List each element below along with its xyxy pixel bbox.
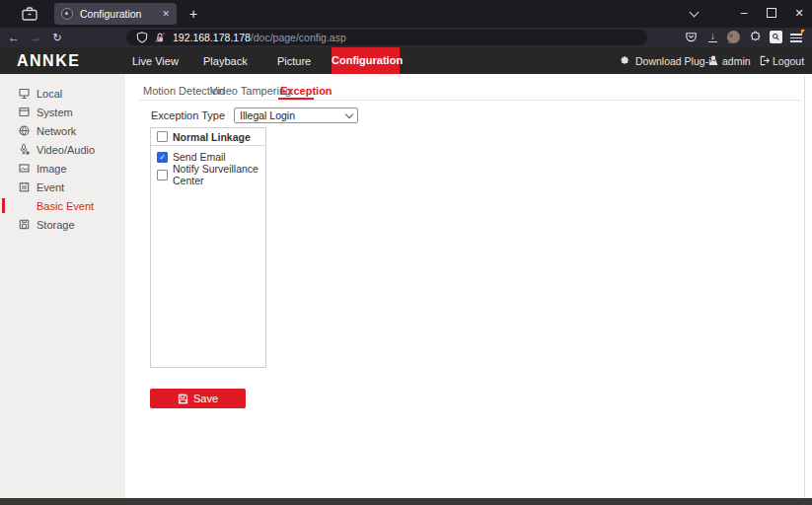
content-right-border — [804, 76, 805, 498]
forward-button[interactable]: → — [28, 28, 43, 47]
tab-strip: Configuration ✕ + – ✕ — [0, 0, 812, 28]
save-floppy-icon — [178, 394, 188, 404]
sidebar-label: Local — [37, 88, 62, 100]
window-close-button[interactable]: ✕ — [785, 0, 812, 26]
pocket-icon[interactable] — [685, 31, 698, 43]
option-label: Send Email — [173, 151, 226, 163]
linkage-header-row[interactable]: ✓ Normal Linkage — [151, 128, 265, 146]
firefox-view-icon[interactable] — [22, 7, 37, 21]
sidebar-item-image[interactable]: Image — [0, 159, 125, 178]
sidebar-item-event[interactable]: Event — [0, 178, 125, 196]
tab-list-chevron-icon[interactable] — [690, 8, 700, 18]
extensions-puzzle-icon[interactable] — [750, 31, 762, 42]
sidebar-item-system[interactable]: System — [0, 103, 125, 121]
sidebar-label: Basic Event — [37, 200, 94, 212]
sidebar-item-storage[interactable]: Storage — [0, 215, 125, 234]
tab-favicon — [61, 8, 73, 20]
sidebar: Local System Network Video/Audio Image E… — [0, 74, 125, 498]
nav-picture[interactable]: Picture — [277, 55, 311, 67]
search-tool-icon[interactable] — [770, 31, 782, 43]
page-bottom-bar — [0, 498, 812, 505]
maximize-icon — [767, 8, 776, 18]
url-host: 192.168.178.178 — [173, 32, 251, 43]
tab-title: Configuration — [80, 8, 158, 20]
send-email-checkbox[interactable]: ✓ — [157, 152, 168, 163]
back-button[interactable]: ← — [6, 28, 22, 47]
reload-button[interactable]: ↻ — [49, 28, 65, 47]
sidebar-label: Event — [37, 181, 64, 193]
tab-video-tampering[interactable]: Video Tampering — [210, 85, 291, 97]
logout-link[interactable]: Logout — [773, 55, 804, 67]
globe-icon — [18, 124, 31, 137]
sidebar-item-local[interactable]: Local — [0, 84, 125, 103]
sidebar-label: Video/Audio — [37, 144, 95, 156]
tab-exception[interactable]: Exception — [280, 85, 332, 97]
site-header: ANNKE Live View Playback Picture Configu… — [0, 47, 812, 74]
browser-tab[interactable]: Configuration ✕ — [54, 3, 177, 25]
plugin-puzzle-icon — [620, 55, 630, 66]
sidebar-label: Storage — [37, 219, 75, 231]
url-bar[interactable]: 192.168.178.178/doc/page/config.asp ☆ — [126, 30, 647, 45]
image-icon — [18, 162, 31, 175]
user-icon — [707, 54, 719, 66]
window-minimize-button[interactable]: – — [730, 0, 758, 26]
annke-logo: ANNKE — [17, 52, 80, 70]
normal-linkage-checkbox[interactable]: ✓ — [157, 131, 168, 142]
insecure-lock-icon[interactable] — [154, 32, 166, 43]
window-icon — [18, 106, 31, 118]
chevron-down-icon — [345, 109, 353, 117]
sidebar-label: Image — [37, 163, 67, 175]
sidebar-label: System — [37, 107, 73, 118]
url-path: /doc/page/config.asp — [251, 32, 346, 43]
shield-icon[interactable] — [136, 32, 148, 43]
nav-configuration[interactable]: Configuration — [332, 47, 400, 74]
main-content: Motion Detection Video Tampering Excepti… — [125, 74, 812, 498]
exception-type-label: Exception Type — [151, 109, 225, 121]
new-tab-button[interactable]: + — [185, 5, 202, 23]
nav-playback[interactable]: Playback — [203, 55, 248, 67]
download-plugin-link[interactable]: Download Plug-in — [635, 55, 716, 67]
exception-type-value: Illegal Login — [240, 109, 295, 121]
logout-icon — [759, 55, 770, 66]
url-text: 192.168.178.178/doc/page/config.asp — [173, 32, 346, 43]
extension-avatar-icon[interactable] — [727, 31, 740, 43]
browser-window: Configuration ✕ + – ✕ ← → ↻ 192.168.178.… — [0, 0, 812, 505]
tab-close-icon[interactable]: ✕ — [162, 9, 170, 19]
save-label: Save — [193, 393, 218, 404]
sidebar-label: Network — [37, 125, 76, 137]
notify-center-checkbox[interactable]: ✓ — [157, 170, 168, 180]
option-label: Notify Surveillance Center — [173, 163, 265, 186]
sidebar-item-video-audio[interactable]: Video/Audio — [0, 140, 125, 159]
tabs-divider — [139, 100, 801, 101]
calendar-icon — [18, 180, 31, 193]
menu-hamburger-icon[interactable] — [790, 32, 802, 44]
exception-type-select[interactable]: Illegal Login — [234, 108, 358, 123]
linkage-panel: ✓ Normal Linkage ✓ Send Email ✓ Notify S… — [150, 127, 266, 368]
nav-live-view[interactable]: Live View — [132, 55, 179, 67]
menu-badge — [801, 30, 805, 35]
linkage-header-label: Normal Linkage — [173, 131, 251, 143]
mic-icon — [18, 143, 31, 156]
monitor-icon — [18, 87, 31, 100]
user-name[interactable]: admin — [722, 55, 751, 67]
option-row-notify-center[interactable]: ✓ Notify Surveillance Center — [151, 166, 265, 183]
sidebar-item-network[interactable]: Network — [0, 121, 125, 140]
downloads-icon[interactable]: ↓ — [708, 31, 717, 42]
save-button[interactable]: Save — [150, 389, 246, 408]
storage-icon — [18, 218, 31, 231]
browser-toolbar: ← → ↻ 192.168.178.178/doc/page/config.as… — [0, 28, 812, 47]
sidebar-item-basic-event[interactable]: Basic Event — [0, 196, 125, 215]
window-maximize-button[interactable] — [758, 0, 785, 26]
selected-indicator — [2, 198, 5, 213]
